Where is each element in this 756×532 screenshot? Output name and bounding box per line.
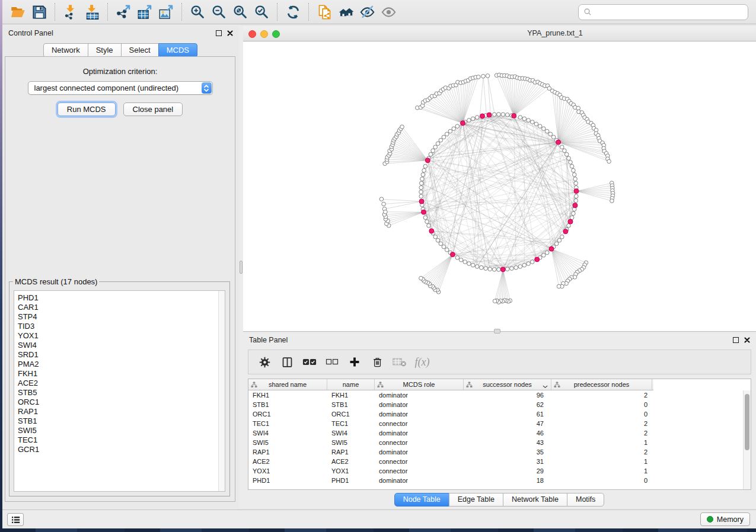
window-minimize-button[interactable] bbox=[260, 30, 268, 38]
search-box[interactable] bbox=[578, 4, 748, 20]
memory-button[interactable]: Memory bbox=[700, 512, 750, 526]
cell-name[interactable]: SWI5 bbox=[327, 438, 375, 447]
cell-predecessor-nodes[interactable]: 0 bbox=[551, 409, 652, 419]
deselect-all-button[interactable] bbox=[321, 351, 343, 373]
cell-shared-name[interactable]: TEC1 bbox=[248, 419, 327, 428]
save-session-button[interactable] bbox=[28, 2, 50, 22]
table-row[interactable]: TEC1TEC1connector472 bbox=[248, 419, 751, 428]
table-row[interactable]: FKH1FKH1dominator962 bbox=[248, 390, 751, 400]
tab-select[interactable]: Select bbox=[121, 43, 159, 57]
mcds-result-node[interactable]: TID3 bbox=[18, 322, 225, 331]
mcds-result-node[interactable]: TEC1 bbox=[18, 435, 225, 445]
search-input[interactable] bbox=[595, 6, 748, 18]
cell-shared-name[interactable]: SWI5 bbox=[248, 438, 327, 447]
float-panel-icon[interactable] bbox=[216, 30, 222, 36]
cell-successor-nodes[interactable]: 18 bbox=[464, 476, 551, 485]
run-mcds-button[interactable]: Run MCDS bbox=[58, 102, 116, 116]
gear-button[interactable] bbox=[253, 351, 276, 373]
cell-successor-nodes[interactable]: 47 bbox=[464, 419, 551, 428]
columns-button[interactable] bbox=[276, 351, 298, 373]
cell-successor-nodes[interactable]: 31 bbox=[464, 457, 551, 466]
cell-predecessor-nodes[interactable]: 2 bbox=[551, 428, 652, 438]
add-row-button[interactable] bbox=[343, 351, 366, 373]
mcds-result-node[interactable]: SRD1 bbox=[18, 350, 225, 360]
cell-name[interactable]: ORC1 bbox=[327, 409, 375, 419]
table-scrollbar-thumb[interactable] bbox=[745, 394, 749, 450]
cell-successor-nodes[interactable]: 61 bbox=[464, 409, 551, 419]
mcds-result-node[interactable]: GCR1 bbox=[18, 445, 225, 454]
cell-shared-name[interactable]: FKH1 bbox=[248, 390, 327, 400]
cell-predecessor-nodes[interactable]: 2 bbox=[551, 447, 652, 457]
zoom-out-button[interactable] bbox=[208, 2, 229, 22]
mcds-result-node[interactable]: STB1 bbox=[18, 416, 225, 426]
export-table-button[interactable] bbox=[134, 2, 155, 22]
cell-shared-name[interactable]: PHD1 bbox=[248, 476, 327, 485]
export-network-button[interactable] bbox=[113, 2, 134, 22]
horizontal-splitter-handle[interactable] bbox=[494, 329, 500, 334]
home-layout-button[interactable] bbox=[335, 2, 356, 22]
cell-mcds-role[interactable]: connector bbox=[375, 419, 464, 428]
mcds-result-node[interactable]: STB5 bbox=[18, 388, 225, 398]
cell-successor-nodes[interactable]: 46 bbox=[464, 428, 551, 438]
cell-predecessor-nodes[interactable]: 2 bbox=[551, 390, 652, 400]
float-table-panel-icon[interactable] bbox=[733, 337, 739, 343]
cell-mcds-role[interactable]: dominator bbox=[375, 390, 464, 400]
tab-network-table[interactable]: Network Table bbox=[503, 493, 567, 507]
mcds-result-node[interactable]: ORC1 bbox=[18, 398, 225, 407]
show-eye-button[interactable] bbox=[378, 2, 399, 22]
mcds-result-node[interactable]: STP4 bbox=[18, 312, 225, 322]
vertical-splitter[interactable] bbox=[239, 26, 243, 508]
table-row[interactable]: SWI5SWI5connector431 bbox=[248, 438, 751, 447]
cell-predecessor-nodes[interactable]: 2 bbox=[551, 419, 652, 428]
cell-name[interactable]: FKH1 bbox=[327, 390, 375, 400]
cell-name[interactable]: TEC1 bbox=[327, 419, 375, 428]
mcds-result-node[interactable]: PHD1 bbox=[18, 293, 225, 303]
cell-predecessor-nodes[interactable]: 1 bbox=[551, 466, 652, 476]
cell-mcds-role[interactable]: dominator bbox=[375, 447, 464, 457]
cell-successor-nodes[interactable]: 35 bbox=[464, 447, 551, 457]
table-row[interactable]: ACE2ACE2connector311 bbox=[248, 457, 751, 466]
column-header-predecessor-nodes[interactable]: predecessor nodes bbox=[551, 379, 652, 390]
window-close-button[interactable] bbox=[248, 30, 256, 38]
tab-node-table[interactable]: Node Table bbox=[394, 493, 449, 507]
cell-shared-name[interactable]: ORC1 bbox=[248, 409, 327, 419]
task-history-button[interactable] bbox=[7, 513, 24, 526]
close-panel-button[interactable]: Close panel bbox=[123, 102, 183, 116]
column-header-successor-nodes[interactable]: successor nodes bbox=[464, 379, 551, 390]
refresh-button[interactable] bbox=[282, 2, 304, 22]
cell-name[interactable]: PHD1 bbox=[327, 476, 375, 485]
network-canvas[interactable] bbox=[243, 41, 756, 331]
tab-mcds[interactable]: MCDS bbox=[158, 43, 197, 57]
cell-name[interactable]: RAP1 bbox=[327, 447, 375, 457]
mcds-result-node[interactable]: RAP1 bbox=[18, 407, 225, 416]
zoom-fit-button[interactable] bbox=[229, 2, 251, 22]
mcds-result-node[interactable]: YOX1 bbox=[18, 331, 225, 341]
cell-predecessor-nodes[interactable]: 1 bbox=[551, 457, 652, 466]
cell-shared-name[interactable]: ACE2 bbox=[248, 457, 327, 466]
vertical-splitter-handle[interactable] bbox=[240, 261, 243, 274]
mcds-result-list[interactable]: PHD1CAR1STP4TID3YOX1SWI4SRD1PMA2FKH1ACE2… bbox=[14, 290, 225, 492]
cell-mcds-role[interactable]: dominator bbox=[375, 428, 464, 438]
cell-successor-nodes[interactable]: 29 bbox=[464, 466, 551, 476]
cell-name[interactable]: STB1 bbox=[327, 400, 375, 409]
cell-mcds-role[interactable]: connector bbox=[375, 457, 464, 466]
cell-successor-nodes[interactable]: 96 bbox=[464, 390, 551, 400]
close-table-panel-icon[interactable] bbox=[744, 337, 750, 343]
tab-motifs[interactable]: Motifs bbox=[567, 493, 604, 507]
import-network-button[interactable] bbox=[60, 2, 81, 22]
table-row[interactable]: PHD1PHD1dominator180 bbox=[248, 476, 751, 485]
column-header-shared-name[interactable]: shared name bbox=[248, 379, 327, 390]
mcds-result-node[interactable]: CAR1 bbox=[18, 303, 225, 312]
close-panel-icon[interactable] bbox=[227, 30, 233, 36]
cell-mcds-role[interactable]: dominator bbox=[375, 400, 464, 409]
delete-row-button[interactable] bbox=[366, 351, 388, 373]
cell-name[interactable]: ACE2 bbox=[327, 457, 375, 466]
cell-predecessor-nodes[interactable]: 0 bbox=[551, 400, 652, 409]
table-row[interactable]: SWI4SWI4dominator462 bbox=[248, 428, 751, 438]
result-list-scrollbar[interactable] bbox=[218, 291, 225, 491]
open-file-button[interactable] bbox=[7, 2, 28, 22]
select-all-button[interactable] bbox=[298, 351, 321, 373]
mcds-result-node[interactable]: SWI5 bbox=[18, 426, 225, 435]
cell-successor-nodes[interactable]: 43 bbox=[464, 438, 551, 447]
cell-successor-nodes[interactable]: 62 bbox=[464, 400, 551, 409]
